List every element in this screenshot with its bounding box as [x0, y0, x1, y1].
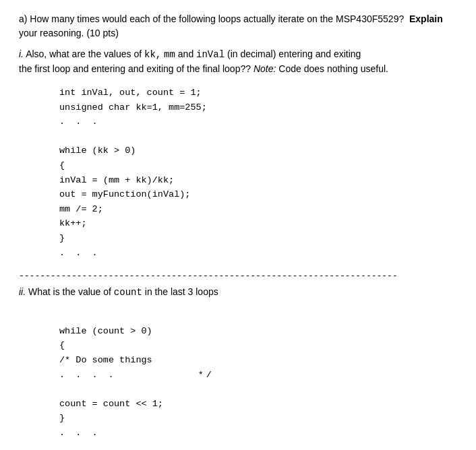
- code-while1: while (kk > 0): [59, 143, 457, 158]
- section-ii-label: ii.: [19, 286, 26, 297]
- section-i-text2: (in decimal) entering and exiting: [227, 49, 361, 59]
- code-brace-close-2: }: [59, 411, 457, 426]
- code-line-unsigned: unsigned char kk=1, mm=255;: [59, 100, 457, 115]
- code-block-1: int inVal, out, count = 1; unsigned char…: [59, 86, 457, 260]
- code-kk-assign: kk++;: [59, 216, 457, 231]
- code-dots-2: . . .: [59, 246, 457, 261]
- section-i-text3: the first loop and entering and exiting …: [19, 63, 254, 74]
- code-comment-open: /* Do some things: [59, 353, 457, 368]
- code-out-assign: out = myFunction(inVal);: [59, 187, 457, 202]
- section-i-note-text: Code does nothing useful.: [278, 63, 388, 74]
- divider-line: ----------------------------------------…: [19, 271, 457, 281]
- code-mm-assign: mm /= 2;: [59, 202, 457, 217]
- section-i-note: Note:: [254, 63, 276, 74]
- section-a-text: How many times would each of the followi…: [30, 13, 404, 24]
- section-ii-count: count: [114, 287, 142, 298]
- section-ii-text: What is the value of: [28, 286, 114, 297]
- section-i-question: i. Also, what are the values of kk, mm a…: [19, 47, 457, 76]
- code-dots-comment: . . . . */: [59, 368, 457, 383]
- section-i-and: and: [178, 49, 196, 59]
- code-brace-open-2: {: [59, 338, 457, 353]
- section-i-inval: inVal: [196, 49, 225, 60]
- code-block-2: while (count > 0) { /* Do some things . …: [59, 309, 457, 440]
- section-a-question: a) How many times would each of the foll…: [19, 12, 457, 40]
- code-while2: while (count > 0): [59, 324, 457, 339]
- code-blank-1: [59, 129, 457, 144]
- code-count-assign: count = count << 1;: [59, 397, 457, 412]
- section-i-label: i.: [19, 49, 24, 59]
- section-ii-tail: in the last 3 loops: [145, 286, 218, 297]
- section-a-label: a): [19, 13, 27, 24]
- code-inval-assign: inVal = (mm + kk)/kk;: [59, 173, 457, 188]
- code-line-int: int inVal, out, count = 1;: [59, 86, 457, 100]
- code-blank-2: [59, 309, 457, 324]
- section-i-mm: mm: [164, 49, 175, 60]
- section-a: a) How many times would each of the foll…: [19, 12, 457, 260]
- section-ii: ii. What is the value of count in the la…: [19, 285, 457, 440]
- code-blank-3: [59, 382, 457, 397]
- section-i-text1: Also, what are the values of: [26, 49, 144, 59]
- code-dots-3: . . .: [59, 426, 457, 441]
- explain-label: Explain: [409, 13, 443, 24]
- code-brace-open: {: [59, 158, 457, 173]
- section-a-tail: your reasoning. (10 pts): [19, 28, 119, 38]
- section-i-kk: kk,: [144, 49, 161, 60]
- code-dots-1: . . .: [59, 115, 457, 129]
- section-ii-question: ii. What is the value of count in the la…: [19, 285, 457, 300]
- code-brace-close: }: [59, 231, 457, 246]
